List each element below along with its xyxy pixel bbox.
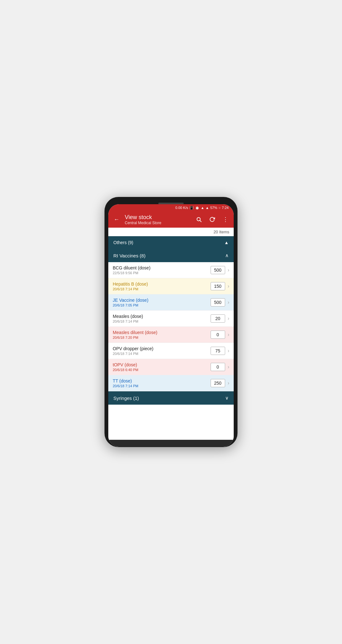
list-item[interactable]: Measles (dose) 20/6/18 7:14 PM 20 › <box>108 311 234 327</box>
status-bar: 0.00 K/s 📳 ⏰ ▲ ▲ 57% ○ 7:24 <box>108 204 234 211</box>
item-name: TT (dose) <box>113 378 211 383</box>
items-count: 20 Items <box>108 228 234 236</box>
item-date: 20/6/18 7:14 PM <box>113 384 211 388</box>
chevron-right-icon: › <box>228 348 229 354</box>
battery-icon: ○ <box>218 206 221 210</box>
chevron-right-icon: › <box>228 267 229 273</box>
chevron-right-icon: › <box>228 332 229 338</box>
category-header-ri-vaccines[interactable]: RI Vaccines (8) ∧ <box>108 249 234 262</box>
chevron-right-icon: › <box>228 300 229 305</box>
item-name: Measles diluent (dose) <box>113 330 211 335</box>
store-subtitle: Central Medical Store <box>125 221 191 225</box>
item-name: Measles (dose) <box>113 314 211 319</box>
network-speed: 0.00 K/s <box>175 206 188 210</box>
item-name: OPV dropper (piece) <box>113 346 211 351</box>
signal-icon: ▲ <box>206 206 209 210</box>
category-ri-vaccines-chevron: ∧ <box>225 253 229 258</box>
category-ri-vaccines-label: RI Vaccines (8) <box>113 253 145 258</box>
vibrate-icon: 📳 <box>189 206 194 210</box>
battery-level: 57% <box>210 206 217 210</box>
category-syringes-chevron: ∨ <box>225 395 229 401</box>
category-header-others[interactable]: Others (9) ▲ <box>108 236 234 249</box>
svg-line-1 <box>200 220 201 222</box>
list-item[interactable]: tOPV (dose) 20/6/18 6:40 PM 0 › <box>108 359 234 375</box>
more-button[interactable]: ⋮ <box>221 215 230 224</box>
item-date: 20/6/18 7:14 PM <box>113 352 211 356</box>
item-info: Measles (dose) 20/6/18 7:14 PM <box>113 314 211 323</box>
bottom-bar <box>108 440 234 447</box>
item-name: tOPV (dose) <box>113 362 211 367</box>
item-date: 20/6/18 7:05 PM <box>113 303 211 307</box>
category-syringes-label: Syringes (1) <box>113 395 139 401</box>
item-info: Measles diluent (dose) 20/6/18 7:20 PM <box>113 330 211 339</box>
refresh-button[interactable] <box>208 215 217 224</box>
time: 7:24 <box>222 206 229 210</box>
phone-inner: 0.00 K/s 📳 ⏰ ▲ ▲ 57% ○ 7:24 ← View stock… <box>108 204 234 447</box>
item-info: BCG diluent (dose) 22/5/18 9:56 PM <box>113 265 211 275</box>
list-item[interactable]: Measles diluent (dose) 20/6/18 7:20 PM 0… <box>108 327 234 343</box>
qty-box: 0 <box>211 363 225 371</box>
item-date: 20/6/18 6:40 PM <box>113 368 211 372</box>
qty-box: 500 <box>211 298 225 306</box>
item-date: 20/6/18 7:14 PM <box>113 319 211 323</box>
item-info: tOPV (dose) 20/6/18 6:40 PM <box>113 362 211 372</box>
qty-box: 20 <box>211 314 225 323</box>
category-header-syringes[interactable]: Syringes (1) ∨ <box>108 391 234 405</box>
page-title: View stock <box>125 214 191 221</box>
chevron-right-icon: › <box>228 364 229 370</box>
list-item[interactable]: OPV dropper (piece) 20/6/18 7:14 PM 75 › <box>108 343 234 359</box>
list-item[interactable]: JE Vaccine (dose) 20/6/18 7:05 PM 500 › <box>108 294 234 311</box>
item-name: Hepatitis B (dose) <box>113 281 211 287</box>
category-others-chevron: ▲ <box>224 240 229 245</box>
qty-box: 75 <box>211 347 225 355</box>
item-info: TT (dose) 20/6/18 7:14 PM <box>113 378 211 388</box>
list-item[interactable]: Hepatitis B (dose) 20/6/18 7:14 PM 150 › <box>108 278 234 294</box>
item-info: OPV dropper (piece) 20/6/18 7:14 PM <box>113 346 211 356</box>
item-info: JE Vaccine (dose) 20/6/18 7:05 PM <box>113 298 211 307</box>
category-others-label: Others (9) <box>113 240 133 245</box>
alarm-icon: ⏰ <box>195 206 200 210</box>
app-bar-actions: ⋮ <box>194 215 230 224</box>
list-item[interactable]: BCG diluent (dose) 22/5/18 9:56 PM 500 › <box>108 262 234 278</box>
item-date: 20/6/18 7:20 PM <box>113 336 211 339</box>
item-date: 20/6/18 7:14 PM <box>113 287 211 291</box>
qty-box: 150 <box>211 282 225 290</box>
wifi-icon: ▲ <box>201 206 204 210</box>
item-date: 22/5/18 9:56 PM <box>113 271 211 275</box>
chevron-right-icon: › <box>228 283 229 289</box>
list-item[interactable]: TT (dose) 20/6/18 7:14 PM 250 › <box>108 375 234 391</box>
app-bar: ← View stock Central Medical Store <box>108 211 234 228</box>
phone-frame: 0.00 K/s 📳 ⏰ ▲ ▲ 57% ○ 7:24 ← View stock… <box>104 197 238 447</box>
chevron-right-icon: › <box>228 380 229 386</box>
item-name: JE Vaccine (dose) <box>113 298 211 303</box>
qty-box: 0 <box>211 331 225 339</box>
item-info: Hepatitis B (dose) 20/6/18 7:14 PM <box>113 281 211 291</box>
item-name: BCG diluent (dose) <box>113 265 211 270</box>
app-bar-title: View stock Central Medical Store <box>125 214 191 225</box>
chevron-right-icon: › <box>228 316 229 321</box>
back-button[interactable]: ← <box>112 215 121 224</box>
content-area: 20 Items Others (9) ▲ RI Vaccines (8) ∧ … <box>108 228 234 440</box>
qty-box: 250 <box>211 379 225 387</box>
search-button[interactable] <box>194 215 203 224</box>
qty-box: 500 <box>211 266 225 274</box>
